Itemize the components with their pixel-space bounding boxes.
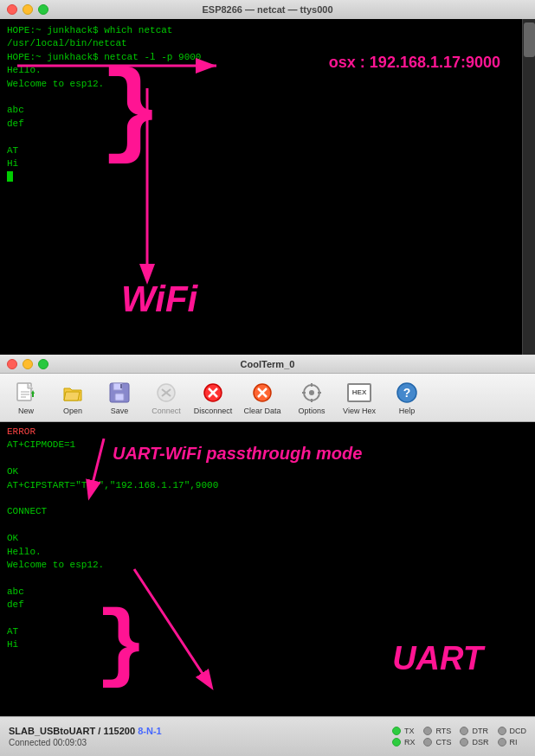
down-arrow-cipmode	[78, 434, 121, 503]
terminal-line: /usr/local/bin/netcat	[7, 37, 528, 50]
indicator-group-tx-rx: TX RX	[392, 727, 416, 746]
connect-button-label: Connect	[151, 407, 181, 415]
terminal-line	[7, 612, 528, 625]
down-arrow-uart	[121, 569, 147, 699]
tx-indicator: TX	[392, 727, 416, 735]
scrollbar-thumb[interactable]	[524, 22, 535, 57]
terminal-line	[7, 91, 528, 104]
new-button[interactable]: New	[3, 377, 48, 419]
dsr-label: DSR	[472, 738, 488, 746]
top-terminal-content[interactable]: HOPE:~ junkhack$ which netcat /usr/local…	[0, 19, 535, 355]
close-button-bottom[interactable]	[7, 359, 17, 369]
maximize-button-top[interactable]	[38, 4, 48, 15]
terminal-line	[7, 572, 528, 585]
cts-dot	[423, 738, 432, 746]
scrollbar[interactable]	[522, 19, 535, 355]
save-icon	[107, 381, 132, 405]
ri-label: RI	[510, 738, 518, 746]
status-left: SLAB_USBtoUART / 115200 8-N-1 Connected …	[9, 726, 162, 747]
options-button[interactable]: Options	[289, 377, 334, 419]
options-icon	[300, 381, 324, 405]
new-icon	[14, 381, 38, 405]
rx-label: RX	[404, 738, 416, 746]
rx-dot	[392, 738, 401, 746]
view-hex-icon: HEX	[347, 381, 371, 405]
help-icon: ?	[395, 381, 419, 405]
tx-label: TX	[404, 727, 415, 735]
wifi-label: WiFi	[121, 274, 197, 325]
terminal-line	[7, 131, 528, 144]
svg-rect-12	[115, 394, 124, 400]
minimize-button-bottom[interactable]	[23, 359, 33, 369]
coolterm-window-title: CoolTerm_0	[241, 359, 295, 369]
connect-button[interactable]: Connect	[144, 377, 189, 419]
clear-data-icon	[250, 381, 274, 405]
terminal-line: Welcome to esp12.	[7, 78, 528, 91]
clear-data-button-label: Clear Data	[243, 407, 280, 415]
rts-indicator: RTS	[423, 727, 451, 735]
options-button-label: Options	[298, 407, 325, 415]
status-port: SLAB_USBtoUART / 115200 8-N-1	[9, 726, 162, 736]
clear-data-button[interactable]: Clear Data	[237, 377, 287, 419]
top-window-title: ESP8266 — netcat — ttys000	[202, 4, 332, 15]
terminal-line: abc	[7, 104, 528, 117]
terminal-line: AT	[7, 144, 528, 157]
help-button[interactable]: ? Help	[384, 377, 429, 419]
cts-label: CTS	[435, 738, 451, 746]
dcd-label: DCD	[510, 727, 527, 735]
save-button-label: Save	[111, 407, 129, 415]
save-button[interactable]: Save	[97, 377, 142, 419]
disconnect-button[interactable]: Disconnect	[190, 377, 235, 419]
top-titlebar: ESP8266 — netcat — ttys000	[0, 0, 535, 19]
ri-dot	[498, 738, 506, 746]
view-hex-button-label: View Hex	[343, 407, 376, 415]
open-icon	[61, 381, 85, 405]
svg-point-24	[309, 390, 314, 395]
svg-text:?: ?	[403, 386, 411, 400]
close-button-top[interactable]	[7, 4, 17, 15]
osx-ip-label: osx : 192.168.1.17:9000	[329, 52, 500, 74]
new-button-label: New	[18, 407, 34, 415]
coolterm-terminal-content[interactable]: ERROR AT+CIPMODE=1 OK AT+CIPSTART="TCP",…	[0, 422, 535, 716]
status-indicators: TX RX RTS CTS DT	[392, 727, 526, 746]
help-button-label: Help	[399, 407, 416, 415]
terminal-cursor-line	[7, 170, 528, 183]
ri-indicator: RI	[498, 738, 527, 746]
tx-dot	[392, 727, 401, 735]
dsr-indicator: DSR	[460, 738, 488, 746]
disconnect-button-label: Disconnect	[194, 407, 233, 415]
top-terminal-window: ESP8266 — netcat — ttys000 HOPE:~ junkha…	[0, 0, 535, 355]
dtr-dot	[460, 727, 468, 735]
terminal-line: OK	[7, 532, 528, 545]
passthrough-label: UART-WiFi passthrough mode	[113, 441, 362, 465]
toolbar: New Open Save	[0, 374, 535, 422]
dsr-dot	[460, 738, 468, 746]
svg-rect-9	[32, 394, 34, 397]
terminal-line: def	[7, 599, 528, 612]
open-button[interactable]: Open	[50, 377, 95, 419]
rts-dot	[423, 727, 432, 735]
rts-label: RTS	[435, 727, 451, 735]
coolterm-window: CoolTerm_0 New	[0, 355, 535, 756]
indicator-group-rts-cts: RTS CTS	[423, 727, 451, 746]
dcd-dot	[498, 727, 506, 735]
status-connected: Connected 00:09:03	[9, 738, 162, 747]
dtr-indicator: DTR	[460, 727, 488, 735]
dcd-indicator: DCD	[498, 727, 527, 735]
view-hex-button[interactable]: HEX View Hex	[336, 377, 383, 419]
terminal-line: abc	[7, 586, 528, 599]
terminal-line: Welcome to esp12.	[7, 559, 528, 572]
down-arrow-top	[134, 88, 160, 287]
traffic-lights-bottom	[7, 359, 48, 369]
traffic-lights-top	[7, 4, 48, 15]
rx-indicator: RX	[392, 738, 416, 746]
terminal-line: HOPE:~ junkhack$ which netcat	[7, 24, 528, 37]
terminal-line: Hello.	[7, 546, 528, 559]
minimize-button-top[interactable]	[23, 4, 33, 15]
connect-icon	[154, 381, 178, 405]
indicator-group-dtr-dsr: DTR DSR	[460, 727, 488, 746]
svg-rect-13	[120, 384, 122, 388]
svg-line-32	[91, 439, 104, 490]
terminal-line	[7, 519, 528, 532]
maximize-button-bottom[interactable]	[38, 359, 48, 369]
